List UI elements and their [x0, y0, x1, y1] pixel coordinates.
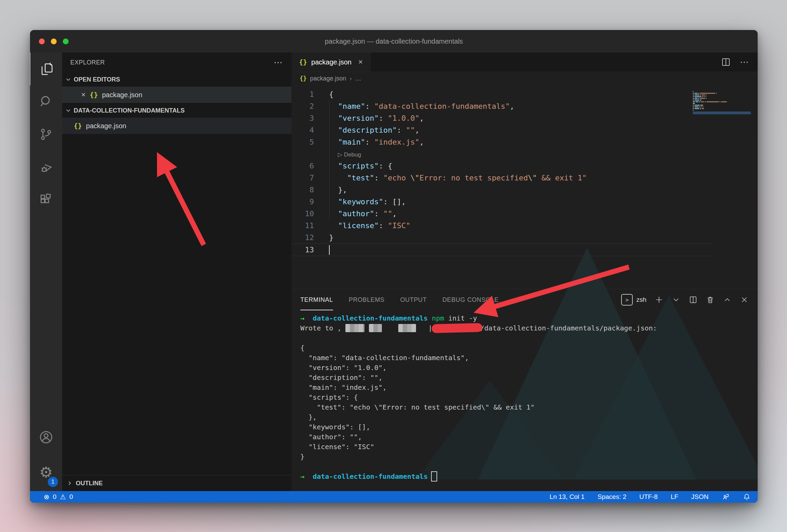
- code-line: 1{: [291, 88, 758, 100]
- terminal-line: "license": "ISC": [300, 442, 758, 452]
- activity-bar: ⚙ 1: [30, 53, 62, 491]
- editor-more-actions-icon[interactable]: ⋯: [740, 57, 749, 68]
- editor-tab-bar: {} package.json × ⋯: [291, 53, 758, 72]
- tab-package-json[interactable]: {} package.json ×: [291, 53, 371, 72]
- tree-item-label: package.json: [86, 122, 126, 130]
- feedback-icon[interactable]: [721, 493, 730, 501]
- chevron-right-icon: [67, 481, 72, 486]
- explorer-sidebar: EXPLORER ⋯ OPEN EDITORS × {} package.jso…: [62, 53, 291, 491]
- terminal-panel: TERMINALPROBLEMSOUTPUTDEBUG CONSOLE > zs…: [291, 289, 758, 491]
- redacted-block: [369, 324, 382, 332]
- indentation[interactable]: Spaces: 2: [598, 493, 627, 501]
- terminal-line: "keywords": [],: [300, 422, 758, 432]
- terminal-dropdown-icon[interactable]: [672, 295, 681, 304]
- notifications-bell-icon[interactable]: [743, 493, 751, 501]
- explorer-more-actions-icon[interactable]: ⋯: [274, 57, 283, 68]
- open-editors-section[interactable]: OPEN EDITORS: [62, 72, 291, 87]
- encoding[interactable]: UTF-8: [639, 493, 658, 501]
- breadcrumb-more[interactable]: …: [355, 75, 361, 82]
- redacted-block: [398, 324, 416, 332]
- open-editor-label: package.json: [102, 91, 142, 99]
- terminal-line: "name": "data-collection-fundamentals",: [300, 353, 758, 363]
- terminal-line: }: [300, 452, 758, 461]
- split-terminal-icon[interactable]: [689, 295, 698, 304]
- status-bar: ⊗ 0 ⚠ 0 Ln 13, Col 1 Spaces: 2 UTF-8 LF …: [30, 491, 758, 503]
- tab-label: package.json: [311, 58, 352, 66]
- folder-section[interactable]: DATA-COLLECTION-FUNDAMENTALS: [62, 103, 291, 118]
- account-icon[interactable]: [30, 421, 62, 454]
- settings-gear-icon[interactable]: ⚙ 1: [30, 454, 62, 491]
- minimap[interactable]: [691, 90, 752, 115]
- close-editor-icon[interactable]: ×: [81, 90, 86, 99]
- vscode-window: package.json — data-collection-fundament…: [30, 30, 758, 503]
- terminal-line: "main": "index.js",: [300, 382, 758, 392]
- breadcrumb[interactable]: {} package.json › …: [291, 72, 758, 85]
- code-line: 6 "scripts": {: [291, 160, 758, 172]
- explorer-icon[interactable]: [30, 53, 62, 85]
- terminal-session-chip[interactable]: > zsh: [621, 294, 646, 306]
- code-editor[interactable]: 1{2 "name": "data-collection-fundamental…: [291, 85, 758, 289]
- terminal-line: → data-collection-fundamentals: [300, 471, 758, 481]
- terminal-line: "test": "echo \"Error: no test specified…: [300, 402, 758, 412]
- sidebar-title: EXPLORER: [70, 59, 105, 66]
- run-debug-icon[interactable]: [30, 151, 62, 183]
- chevron-down-icon: [66, 108, 71, 113]
- shell-name: zsh: [636, 296, 646, 304]
- breadcrumb-file[interactable]: package.json: [310, 75, 346, 82]
- terminal-line: "scripts": {: [300, 392, 758, 402]
- maximize-panel-icon[interactable]: [723, 295, 732, 304]
- redacted-block: [345, 324, 364, 332]
- warning-count: 0: [69, 493, 73, 501]
- cursor-position[interactable]: Ln 13, Col 1: [549, 493, 584, 501]
- window-title: package.json — data-collection-fundament…: [30, 38, 758, 45]
- warning-icon: ⚠: [60, 493, 66, 501]
- code-line: 13: [291, 243, 713, 256]
- debug-codelens[interactable]: ▷ Debug: [338, 151, 361, 158]
- titlebar: package.json — data-collection-fundament…: [30, 30, 758, 53]
- json-file-icon: {}: [90, 91, 98, 99]
- split-editor-icon[interactable]: [721, 57, 731, 67]
- terminal-line: [300, 461, 758, 471]
- error-count: 0: [53, 493, 57, 501]
- terminal-line: "description": "",: [300, 372, 758, 382]
- source-control-icon[interactable]: [30, 118, 62, 151]
- kill-terminal-icon[interactable]: [706, 295, 715, 304]
- new-terminal-icon[interactable]: [655, 295, 663, 304]
- close-panel-icon[interactable]: [740, 295, 749, 304]
- search-icon[interactable]: [30, 85, 62, 118]
- panel-tab-problems[interactable]: PROBLEMS: [349, 289, 385, 310]
- language-mode[interactable]: JSON: [691, 493, 709, 501]
- terminal-line: → data-collection-fundamentals npm init …: [300, 313, 758, 323]
- code-line: 10 "author": "",: [291, 208, 758, 220]
- tree-item-package-json[interactable]: {} package.json: [62, 118, 291, 134]
- code-line: 5 "main": "index.js",: [291, 136, 758, 148]
- close-tab-icon[interactable]: ×: [358, 58, 363, 66]
- terminal-line: "version": "1.0.0",: [300, 363, 758, 372]
- terminal-line: {: [300, 343, 758, 353]
- json-file-icon: {}: [299, 58, 307, 66]
- terminal-line: Wrote to , |/1Pl/data-collection-fundame…: [300, 323, 758, 333]
- code-line: ▷ Debug: [291, 148, 758, 160]
- terminal-line: [300, 333, 758, 343]
- error-icon: ⊗: [44, 493, 49, 501]
- text-cursor: [329, 245, 330, 255]
- code-line: 4 "description": "",: [291, 124, 758, 136]
- editor-group: {} package.json × ⋯ {} package.json › …: [291, 53, 758, 491]
- red-marker-redaction: [432, 323, 483, 333]
- code-line: 8 },: [291, 184, 758, 196]
- json-file-icon: {}: [300, 75, 306, 82]
- panel-tab-debug-console[interactable]: DEBUG CONSOLE: [442, 289, 499, 310]
- terminal-output[interactable]: → data-collection-fundamentals npm init …: [291, 310, 758, 491]
- code-line: 12}: [291, 232, 758, 243]
- problems-status[interactable]: ⊗ 0 ⚠ 0: [44, 493, 73, 501]
- panel-tab-terminal[interactable]: TERMINAL: [300, 289, 333, 310]
- code-line: 2 "name": "data-collection-fundamentals"…: [291, 100, 758, 112]
- eol-sequence[interactable]: LF: [671, 493, 678, 501]
- code-line: 7 "test": "echo \"Error: no test specifi…: [291, 172, 758, 184]
- outline-section[interactable]: OUTLINE: [62, 475, 291, 491]
- open-editor-package-json[interactable]: × {} package.json: [62, 87, 291, 103]
- chevron-down-icon: [66, 77, 71, 82]
- panel-tab-output[interactable]: OUTPUT: [400, 289, 427, 310]
- extensions-icon[interactable]: [30, 183, 62, 216]
- code-line: 3 "version": "1.0.0",: [291, 112, 758, 124]
